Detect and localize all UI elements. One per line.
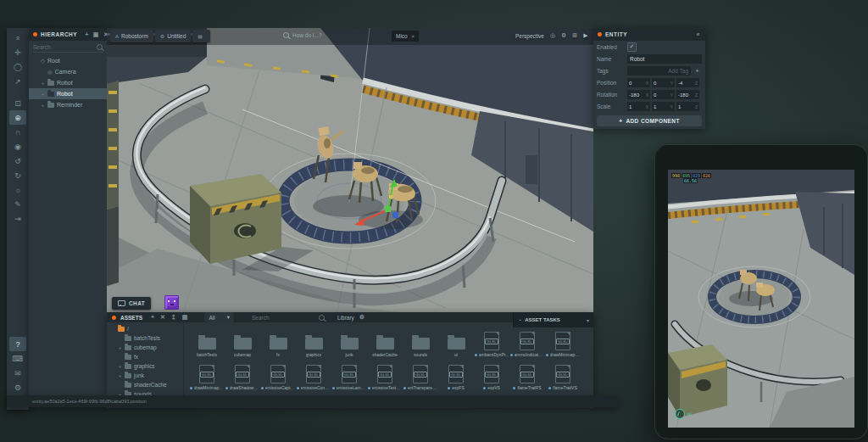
globe-icon[interactable]: ⊕ (9, 110, 26, 125)
asset-tree-item[interactable]: + cubemap (107, 343, 183, 352)
scale-x-field[interactable]: 1X (627, 102, 650, 111)
asset-folder[interactable]: ui (438, 324, 474, 357)
name-field[interactable]: Robot (627, 54, 702, 64)
snap-icon[interactable]: ∩ (9, 125, 26, 139)
move-up-icon[interactable]: ↥ (170, 314, 177, 321)
asset-shader[interactable]: GLSL emissiveLamp... (331, 357, 367, 390)
asset-shader[interactable]: GLSL drawMinimapC... (189, 357, 225, 390)
settings-gear-icon[interactable]: ⚙ (9, 380, 26, 394)
glsl-file-icon: GLSL (555, 332, 570, 350)
add-component-button[interactable]: + ADD COMPONENT (597, 115, 702, 126)
asset-tree-root[interactable]: / (107, 324, 183, 333)
edit-icon[interactable]: ✎ (9, 197, 26, 211)
undo-icon[interactable]: ↺ (9, 154, 26, 168)
expander-icon[interactable]: + (41, 81, 45, 86)
add-asset-icon[interactable]: + (150, 314, 155, 321)
asset-shader[interactable]: GLSL drawMinimapB... (545, 324, 581, 357)
search-icon (97, 44, 103, 50)
asset-tree-item[interactable]: + junk (107, 371, 183, 380)
asset-shader[interactable]: GLSL emissiveConst... (296, 357, 331, 390)
asset-tasks-header[interactable]: ◔ ASSET TASKS ▾ (513, 312, 593, 327)
add-entity-icon[interactable]: + (84, 31, 90, 38)
tree-item-robot-selected[interactable]: + Robot (29, 88, 107, 99)
launch-icon[interactable]: ▶ (583, 32, 587, 39)
expander-icon[interactable]: + (118, 373, 122, 378)
tree-item-camera[interactable]: ◎ Camera (29, 66, 107, 77)
close-icon[interactable]: ✕ (411, 34, 415, 39)
asset-tree-item[interactable]: shaderCache (107, 380, 183, 389)
library-button[interactable]: Library (337, 315, 354, 321)
scale-y-field[interactable]: 1Y (652, 102, 675, 111)
asset-shader[interactable]: GLSL expFS (438, 357, 474, 390)
asset-shader[interactable]: GLSL ammoIndicator... (509, 324, 545, 357)
asset-shader[interactable]: GLSL flameTrailVS (545, 357, 581, 390)
position-y-field[interactable]: 0Y (652, 78, 675, 87)
asset-shader[interactable]: GLSL flameTrailFS (509, 357, 545, 390)
assets-filter-dropdown[interactable]: All ▾ (204, 312, 234, 322)
scale-z-field[interactable]: 1Z (676, 102, 699, 111)
tags-field[interactable]: Add Tag (627, 66, 691, 76)
expander-icon[interactable]: + (41, 92, 45, 97)
tree-item-root[interactable]: ◇ Root (29, 55, 107, 66)
viewport-tabs: A Robostorm ⚙ Untitled ▤ (110, 30, 210, 42)
fullscreen-icon[interactable]: ⊞ (572, 32, 577, 39)
keyboard-shortcuts-icon[interactable]: ⌨ (9, 351, 26, 366)
tree-item-robot[interactable]: + Robot (29, 77, 107, 88)
asset-shader[interactable]: GLSL drawShadowB... (225, 357, 260, 390)
duplicate-entity-icon[interactable]: ▣ (92, 31, 100, 38)
help-search[interactable]: How do I...? (283, 32, 322, 38)
asset-folder[interactable]: graphics (296, 324, 331, 357)
enabled-label: Enabled (597, 44, 627, 50)
asset-tree-item[interactable]: fx (107, 352, 183, 361)
rotation-z-field[interactable]: -180Z (676, 90, 699, 99)
rotation-x-field[interactable]: -180X (627, 90, 650, 99)
help-icon[interactable]: ? (9, 337, 26, 351)
add-tag-button[interactable]: + (693, 66, 702, 76)
expander-icon[interactable]: + (118, 345, 122, 350)
asset-tree-item[interactable]: + graphics (107, 361, 183, 371)
asset-folder[interactable]: batchTests (189, 324, 225, 357)
visibility-icon[interactable]: ◉ (9, 139, 26, 154)
frame-selection-icon[interactable]: ⊡ (9, 96, 26, 110)
scale-tool-icon[interactable]: ↗ (9, 74, 26, 88)
light-icon[interactable]: ☼ (9, 182, 26, 197)
asset-shader[interactable]: GLSL emissiveTestE... (367, 357, 403, 390)
assets-settings-icon[interactable]: ⚙ (359, 314, 365, 321)
camera-icon[interactable]: ◎ (550, 32, 555, 39)
assets-search-input[interactable]: Search (252, 315, 325, 321)
asset-shader[interactable]: GLSL ambientDynPr... (474, 324, 509, 357)
expander-icon[interactable]: + (118, 364, 122, 369)
glsl-file-icon: GLSL (484, 332, 499, 350)
translate-tool-icon[interactable]: ✛ (9, 45, 26, 59)
enabled-checkbox[interactable]: ✓ (627, 42, 637, 52)
position-z-field[interactable]: -4Z (676, 78, 699, 87)
hierarchy-search-input[interactable]: Search (33, 44, 103, 53)
export-icon[interactable]: ⇥ (9, 211, 26, 226)
tab-robostorm[interactable]: A Robostorm (110, 30, 153, 42)
chat-button[interactable]: CHAT (112, 297, 151, 310)
collapse-icon[interactable]: « (696, 31, 701, 37)
asset-folder[interactable]: shaderCache (367, 324, 403, 357)
playcanvas-logo-icon[interactable]: » (9, 31, 26, 45)
asset-folder[interactable]: sounds (403, 324, 438, 357)
viewport-settings-icon[interactable]: ⚙ (561, 32, 566, 39)
rotation-y-field[interactable]: 0Y (652, 90, 675, 99)
asset-folder[interactable]: fx (260, 324, 296, 357)
position-x-field[interactable]: 0X (627, 78, 650, 87)
asset-shader[interactable]: GLSL emissiveCaptu... (260, 357, 296, 390)
delete-asset-icon[interactable]: ✕ (159, 314, 166, 321)
camera-mode-dropdown[interactable]: Perspective (515, 33, 544, 39)
feedback-icon[interactable]: ✉ (9, 366, 26, 380)
asset-folder[interactable]: cubemap (225, 324, 260, 357)
rotate-tool-icon[interactable]: ◯ (9, 59, 26, 74)
view-toggle-icon[interactable]: ▤ (181, 314, 189, 321)
asset-shader[interactable]: GLSL entTransparen... (403, 357, 438, 390)
expander-icon[interactable]: + (41, 103, 45, 108)
asset-folder[interactable]: junk (331, 324, 367, 357)
asset-shader[interactable]: GLSL expVS (474, 357, 509, 390)
tab-untitled[interactable]: ⚙ Untitled (155, 30, 191, 42)
tab-icon-only[interactable]: ▤ (192, 30, 210, 42)
tree-item-reminder[interactable]: + Reminder (29, 99, 107, 110)
asset-tree-item[interactable]: batchTests (107, 333, 183, 343)
redo-icon[interactable]: ↻ (9, 168, 26, 182)
